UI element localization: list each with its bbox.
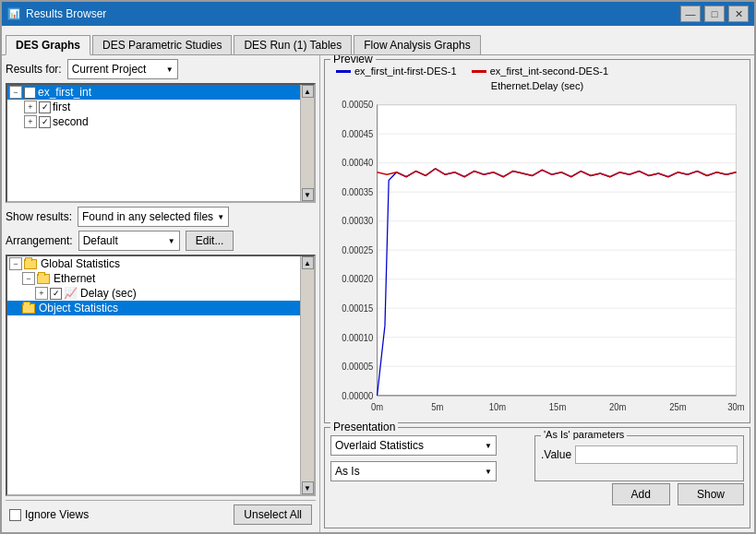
tree-item-delay[interactable]: + ✓ 📈 Delay (sec) [7,286,314,301]
app-icon: 📊 [7,7,20,20]
title-bar-buttons: — □ ✕ [680,6,749,22]
legend-item-1: ex_first_int-first-DES-1 [336,65,457,77]
chevron-down-icon: ▼ [217,213,224,221]
chevron-down-icon: ▼ [485,442,492,450]
unselect-all-button[interactable]: Unselect All [234,504,312,525]
tree-label-first: first [53,101,70,113]
svg-text:0.00045: 0.00045 [342,128,373,139]
scroll-up-btn2[interactable]: ▲ [302,256,314,269]
svg-text:30m: 30m [727,401,744,412]
folder-icon [24,257,39,270]
chart-svg-container: 0.00000 0.00005 0.00010 0.00015 0.00020 … [329,93,746,419]
legend-item-2: ex_first_int-second-DES-1 [472,65,608,77]
value-row: .Value [541,445,738,464]
svg-text:0m: 0m [371,401,383,412]
as-is-select[interactable]: As Is ▼ [330,461,497,481]
tree-item-ex-first-int[interactable]: − ✓ ex_first_int [7,85,314,100]
tab-des-parametric[interactable]: DES Parametric Studies [92,35,232,54]
expand-icon[interactable]: − [9,257,22,270]
show-results-label: Show results: [6,210,72,223]
tree-item-ethernet[interactable]: − Ethernet [7,271,314,286]
add-button[interactable]: Add [612,483,670,505]
bottom-buttons: Add Show [330,481,744,505]
main-window: 📊 Results Browser — □ ✕ DES Graphs DES P… [0,0,756,534]
show-results-select[interactable]: Found in any selected files ▼ [78,207,229,227]
checkbox-ex-first-int[interactable]: ✓ [24,87,36,99]
tree-item-second[interactable]: + ✓ second [7,114,314,129]
chart-area: ex_first_int-first-DES-1 ex_first_int-se… [329,64,746,419]
checkbox-first[interactable]: ✓ [39,101,51,113]
scroll-down-btn[interactable]: ▼ [302,188,314,201]
scroll-up-btn[interactable]: ▲ [302,85,314,98]
tabs-bar: DES Graphs DES Parametric Studies DES Ru… [2,26,754,55]
value-input[interactable] [575,445,738,464]
chart-icon: 📈 [64,287,78,300]
project-tree[interactable]: − ✓ ex_first_int + ✓ first + ✓ second [6,83,316,203]
tree-label-delay: Delay (sec) [80,287,137,300]
chevron-down-icon: ▼ [485,468,492,476]
scrollbar-v2[interactable]: ▲ ▼ [300,256,314,494]
tab-des-run[interactable]: DES Run (1) Tables [234,35,352,54]
chart-svg: 0.00000 0.00005 0.00010 0.00015 0.00020 … [329,93,746,419]
minimize-button[interactable]: — [680,6,701,22]
title-bar: 📊 Results Browser — □ ✕ [2,2,754,26]
main-content: Results for: Current Project ▼ − ✓ ex_fi… [2,55,754,532]
svg-text:0.00020: 0.00020 [342,274,373,285]
tab-flow-analysis[interactable]: Flow Analysis Graphs [354,35,480,54]
preview-title: Preview [330,55,376,65]
overlaid-stats-select[interactable]: Overlaid Statistics ▼ [330,435,497,456]
svg-text:0.00000: 0.00000 [342,390,373,401]
as-is-params-title: 'As Is' parameters [541,429,627,440]
tree-item-object-stats[interactable]: Object Statistics [7,301,314,315]
tree-label-ethernet: Ethernet [54,272,95,285]
folder-icon [22,302,37,314]
svg-text:0.00005: 0.00005 [342,361,373,372]
svg-text:10m: 10m [489,401,506,412]
chevron-down-icon: ▼ [168,237,175,245]
results-for-row: Results for: Current Project ▼ [6,59,316,79]
tree-label-ex-first-int: ex_first_int [38,86,91,99]
tree-item-first[interactable]: + ✓ first [7,100,314,114]
expand-icon[interactable]: + [35,287,48,300]
tree-label-global-stats: Global Statistics [41,257,120,270]
statistics-tree[interactable]: − Global Statistics − Ethernet + [6,255,316,496]
left-panel: Results for: Current Project ▼ − ✓ ex_fi… [2,55,320,532]
scrollbar-v[interactable]: ▲ ▼ [300,85,314,201]
svg-text:15m: 15m [549,401,566,412]
svg-text:0.00030: 0.00030 [342,216,373,227]
tree-item-global-stats[interactable]: − Global Statistics [7,256,314,271]
expand-icon[interactable]: + [24,115,37,128]
maximize-button[interactable]: □ [704,6,725,22]
svg-text:0.00025: 0.00025 [342,244,373,255]
expand-icon[interactable]: − [22,272,35,285]
show-button[interactable]: Show [678,483,744,505]
svg-text:0.00010: 0.00010 [342,332,373,343]
checkbox-second[interactable]: ✓ [39,116,51,128]
chart-title: Ethernet.Delay (sec) [329,78,746,93]
ignore-views-label: Ignore Views [25,508,89,521]
svg-text:0.00035: 0.00035 [342,186,373,197]
arrangement-select[interactable]: Default ▼ [78,231,180,251]
results-for-label: Results for: [6,63,62,76]
tab-des-graphs[interactable]: DES Graphs [6,35,90,55]
checkbox-delay[interactable]: ✓ [50,288,62,300]
ignore-views-checkbox[interactable] [9,509,21,521]
value-label: .Value [541,448,571,461]
results-for-select[interactable]: Current Project ▼ [67,59,178,79]
window-title: Results Browser [26,7,106,20]
legend-color-2 [472,70,486,73]
svg-text:5m: 5m [431,401,443,412]
presentation-group: Presentation Overlaid Statistics ▼ As Is… [324,427,750,528]
scroll-down-btn2[interactable]: ▼ [302,481,314,494]
edit-button[interactable]: Edit... [186,231,234,251]
tree-label-second: second [53,115,89,128]
as-is-params-group: 'As Is' parameters .Value [534,435,744,481]
expand-icon[interactable]: + [24,101,37,113]
expand-icon[interactable]: − [9,86,22,99]
svg-text:0.00015: 0.00015 [342,303,373,314]
tree-label-object-stats: Object Statistics [39,302,118,314]
ignore-views-row: Ignore Views [9,508,89,521]
close-button[interactable]: ✕ [728,6,749,22]
preview-group: Preview ex_first_int-first-DES-1 ex_firs… [324,59,750,423]
legend-color-1 [336,70,351,73]
